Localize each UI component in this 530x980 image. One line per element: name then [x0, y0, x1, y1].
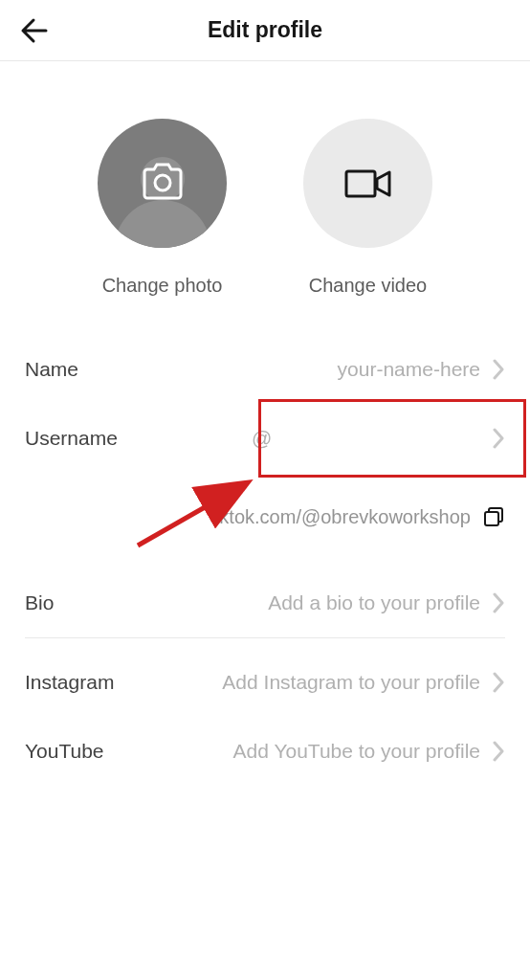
svg-point-0 — [155, 175, 170, 190]
instagram-row[interactable]: Instagram Add Instagram to your profile — [0, 648, 530, 717]
copy-icon — [482, 505, 505, 528]
instagram-label: Instagram — [25, 671, 114, 694]
youtube-row[interactable]: YouTube Add YouTube to your profile — [0, 717, 530, 786]
back-button[interactable] — [19, 15, 50, 46]
bio-placeholder: Add a bio to your profile — [268, 591, 480, 614]
name-label: Name — [25, 358, 78, 381]
profile-url-text: tiktok.com/@obrevkoworkshop — [210, 506, 471, 528]
svg-rect-1 — [346, 171, 375, 196]
youtube-placeholder: Add YouTube to your profile — [233, 740, 480, 763]
media-section: Change photo Change video — [0, 61, 530, 335]
instagram-placeholder: Add Instagram to your profile — [222, 671, 480, 694]
youtube-label: YouTube — [25, 740, 104, 763]
arrow-left-icon — [19, 15, 50, 46]
copy-button[interactable] — [482, 505, 505, 528]
name-row[interactable]: Name your-name-here — [0, 335, 530, 404]
divider — [25, 637, 505, 638]
camera-icon — [141, 163, 185, 201]
page-title: Edit profile — [19, 17, 511, 43]
change-photo-label: Change photo — [102, 275, 223, 297]
video-icon — [343, 165, 393, 203]
name-value: your-name-here — [338, 358, 480, 381]
username-row[interactable]: Username @ — [0, 404, 530, 473]
username-label: Username — [25, 427, 118, 450]
svg-rect-2 — [485, 512, 498, 525]
chevron-right-icon — [492, 359, 505, 380]
settings-list: Name your-name-here Username @ tiktok.co… — [0, 335, 530, 786]
bio-label: Bio — [25, 591, 54, 614]
chevron-right-icon — [492, 672, 505, 693]
chevron-right-icon — [492, 592, 505, 613]
chevron-right-icon — [492, 428, 505, 449]
change-video-option: Change video — [303, 119, 432, 297]
bio-row[interactable]: Bio Add a bio to your profile — [0, 568, 530, 637]
change-photo-button[interactable] — [98, 119, 227, 248]
change-video-button[interactable] — [303, 119, 432, 248]
username-value: @ — [252, 427, 272, 450]
header: Edit profile — [0, 0, 530, 61]
chevron-right-icon — [492, 741, 505, 762]
social-section: Instagram Add Instagram to your profile … — [0, 648, 530, 786]
change-photo-option: Change photo — [98, 119, 227, 297]
change-video-label: Change video — [309, 275, 427, 297]
profile-url-row: tiktok.com/@obrevkoworkshop — [0, 484, 530, 549]
